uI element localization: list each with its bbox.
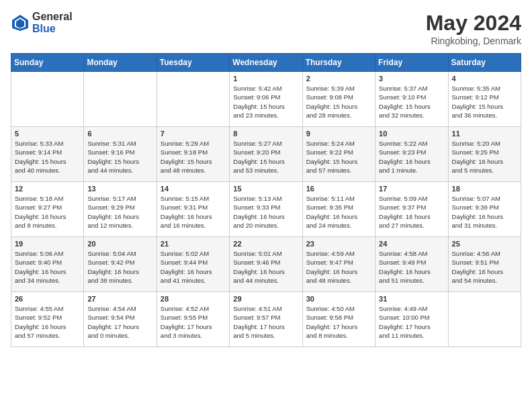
day-info: Sunrise: 5:22 AM Sunset: 9:23 PM Dayligh… [379, 139, 444, 175]
calendar-cell: 17Sunrise: 5:09 AM Sunset: 9:37 PM Dayli… [375, 182, 448, 237]
calendar-week-row: 12Sunrise: 5:18 AM Sunset: 9:27 PM Dayli… [11, 182, 521, 237]
calendar-cell: 7Sunrise: 5:29 AM Sunset: 9:18 PM Daylig… [157, 127, 229, 182]
day-number: 11 [452, 130, 517, 138]
day-number: 20 [87, 240, 152, 248]
day-info: Sunrise: 4:55 AM Sunset: 9:52 PM Dayligh… [15, 304, 80, 340]
day-number: 5 [15, 130, 80, 138]
day-number: 31 [379, 295, 444, 303]
weekday-header: Tuesday [157, 54, 229, 72]
day-number: 7 [161, 130, 226, 138]
day-number: 12 [15, 185, 80, 193]
weekday-header: Wednesday [230, 54, 302, 72]
day-number: 19 [15, 240, 80, 248]
day-info: Sunrise: 4:49 AM Sunset: 10:00 PM Daylig… [379, 304, 444, 340]
logo-icon [11, 13, 30, 32]
day-number: 6 [87, 130, 152, 138]
day-info: Sunrise: 5:18 AM Sunset: 9:27 PM Dayligh… [15, 194, 80, 230]
day-info: Sunrise: 5:29 AM Sunset: 9:18 PM Dayligh… [161, 139, 226, 175]
calendar-cell: 25Sunrise: 4:56 AM Sunset: 9:51 PM Dayli… [448, 237, 521, 292]
day-info: Sunrise: 4:54 AM Sunset: 9:54 PM Dayligh… [87, 304, 152, 340]
calendar-cell: 19Sunrise: 5:06 AM Sunset: 9:40 PM Dayli… [11, 237, 84, 292]
day-info: Sunrise: 4:50 AM Sunset: 9:58 PM Dayligh… [306, 304, 371, 340]
day-info: Sunrise: 5:15 AM Sunset: 9:31 PM Dayligh… [161, 194, 226, 230]
day-number: 15 [233, 185, 298, 193]
day-info: Sunrise: 5:31 AM Sunset: 9:16 PM Dayligh… [87, 139, 152, 175]
day-number: 30 [306, 295, 371, 303]
day-info: Sunrise: 5:27 AM Sunset: 9:20 PM Dayligh… [233, 139, 298, 175]
day-info: Sunrise: 5:35 AM Sunset: 9:12 PM Dayligh… [452, 84, 517, 120]
day-info: Sunrise: 5:13 AM Sunset: 9:33 PM Dayligh… [233, 194, 298, 230]
calendar-cell: 24Sunrise: 4:58 AM Sunset: 9:49 PM Dayli… [375, 237, 448, 292]
calendar-cell: 29Sunrise: 4:51 AM Sunset: 9:57 PM Dayli… [230, 292, 302, 347]
day-number: 22 [233, 240, 298, 248]
day-number: 25 [452, 240, 517, 248]
day-number: 3 [379, 75, 444, 83]
day-number: 18 [452, 185, 517, 193]
day-number: 2 [306, 75, 371, 83]
day-info: Sunrise: 4:59 AM Sunset: 9:47 PM Dayligh… [306, 249, 371, 285]
calendar-title: May 2024 [426, 11, 521, 36]
calendar-cell: 20Sunrise: 5:04 AM Sunset: 9:42 PM Dayli… [84, 237, 157, 292]
calendar-cell: 31Sunrise: 4:49 AM Sunset: 10:00 PM Dayl… [375, 292, 448, 347]
calendar-week-row: 19Sunrise: 5:06 AM Sunset: 9:40 PM Dayli… [11, 237, 521, 292]
day-number: 9 [306, 130, 371, 138]
calendar-cell [157, 72, 229, 127]
calendar-cell: 5Sunrise: 5:33 AM Sunset: 9:14 PM Daylig… [11, 127, 84, 182]
calendar-cell: 27Sunrise: 4:54 AM Sunset: 9:54 PM Dayli… [84, 292, 157, 347]
calendar-week-row: 26Sunrise: 4:55 AM Sunset: 9:52 PM Dayli… [11, 292, 521, 347]
day-number: 1 [233, 75, 298, 83]
day-number: 28 [161, 295, 226, 303]
calendar-week-row: 5Sunrise: 5:33 AM Sunset: 9:14 PM Daylig… [11, 127, 521, 182]
calendar-cell: 28Sunrise: 4:52 AM Sunset: 9:55 PM Dayli… [157, 292, 229, 347]
calendar-cell: 13Sunrise: 5:17 AM Sunset: 9:29 PM Dayli… [84, 182, 157, 237]
weekday-header: Friday [375, 54, 448, 72]
calendar-cell: 15Sunrise: 5:13 AM Sunset: 9:33 PM Dayli… [230, 182, 302, 237]
day-info: Sunrise: 5:04 AM Sunset: 9:42 PM Dayligh… [87, 249, 152, 285]
day-number: 8 [233, 130, 298, 138]
calendar-cell: 11Sunrise: 5:20 AM Sunset: 9:25 PM Dayli… [448, 127, 521, 182]
weekday-header: Monday [84, 54, 157, 72]
calendar-cell: 16Sunrise: 5:11 AM Sunset: 9:35 PM Dayli… [302, 182, 375, 237]
day-number: 27 [87, 295, 152, 303]
day-number: 24 [379, 240, 444, 248]
day-number: 16 [306, 185, 371, 193]
calendar-cell: 8Sunrise: 5:27 AM Sunset: 9:20 PM Daylig… [230, 127, 302, 182]
day-info: Sunrise: 4:58 AM Sunset: 9:49 PM Dayligh… [379, 249, 444, 285]
calendar-cell: 1Sunrise: 5:42 AM Sunset: 9:06 PM Daylig… [230, 72, 302, 127]
calendar-cell: 18Sunrise: 5:07 AM Sunset: 9:39 PM Dayli… [448, 182, 521, 237]
day-info: Sunrise: 5:42 AM Sunset: 9:06 PM Dayligh… [233, 84, 298, 120]
day-number: 4 [452, 75, 517, 83]
title-block: May 2024 Ringkobing, Denmark [426, 11, 521, 46]
day-number: 10 [379, 130, 444, 138]
calendar-cell: 10Sunrise: 5:22 AM Sunset: 9:23 PM Dayli… [375, 127, 448, 182]
calendar-cell [84, 72, 157, 127]
day-number: 14 [161, 185, 226, 193]
weekday-header-row: SundayMondayTuesdayWednesdayThursdayFrid… [11, 54, 521, 72]
calendar-cell [448, 292, 521, 347]
day-number: 21 [161, 240, 226, 248]
calendar-cell: 12Sunrise: 5:18 AM Sunset: 9:27 PM Dayli… [11, 182, 84, 237]
weekday-header: Saturday [448, 54, 521, 72]
day-info: Sunrise: 5:02 AM Sunset: 9:44 PM Dayligh… [161, 249, 226, 285]
weekday-header: Sunday [11, 54, 84, 72]
day-info: Sunrise: 5:33 AM Sunset: 9:14 PM Dayligh… [15, 139, 80, 175]
day-info: Sunrise: 5:24 AM Sunset: 9:22 PM Dayligh… [306, 139, 371, 175]
day-number: 23 [306, 240, 371, 248]
calendar-cell: 3Sunrise: 5:37 AM Sunset: 9:10 PM Daylig… [375, 72, 448, 127]
logo: General Blue [11, 11, 73, 35]
day-info: Sunrise: 5:06 AM Sunset: 9:40 PM Dayligh… [15, 249, 80, 285]
logo-general-text: General [32, 11, 73, 22]
calendar-cell: 23Sunrise: 4:59 AM Sunset: 9:47 PM Dayli… [302, 237, 375, 292]
day-number: 17 [379, 185, 444, 193]
day-info: Sunrise: 5:01 AM Sunset: 9:46 PM Dayligh… [233, 249, 298, 285]
weekday-header: Thursday [302, 54, 375, 72]
day-info: Sunrise: 5:09 AM Sunset: 9:37 PM Dayligh… [379, 194, 444, 230]
day-number: 13 [87, 185, 152, 193]
calendar-cell: 14Sunrise: 5:15 AM Sunset: 9:31 PM Dayli… [157, 182, 229, 237]
day-number: 26 [15, 295, 80, 303]
day-info: Sunrise: 5:11 AM Sunset: 9:35 PM Dayligh… [306, 194, 371, 230]
calendar-subtitle: Ringkobing, Denmark [426, 36, 521, 46]
calendar-cell: 9Sunrise: 5:24 AM Sunset: 9:22 PM Daylig… [302, 127, 375, 182]
day-info: Sunrise: 5:39 AM Sunset: 9:08 PM Dayligh… [306, 84, 371, 120]
day-info: Sunrise: 5:17 AM Sunset: 9:29 PM Dayligh… [87, 194, 152, 230]
